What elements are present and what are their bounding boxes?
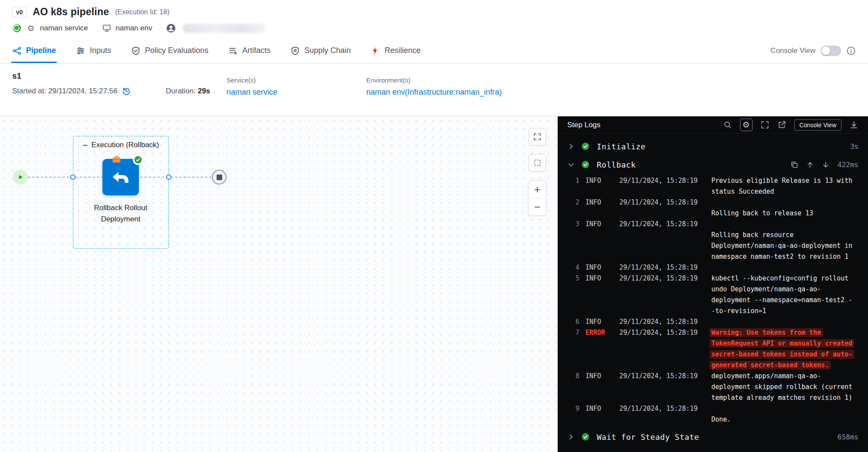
stage-started-at: Started at: 29/11/2024, 15:27:56 [12, 87, 118, 96]
tab-supply-chain[interactable]: Supply Chain [290, 38, 351, 63]
check-circle-icon [581, 160, 590, 169]
log-timestamp: 29/11/2024, 15:28:19 [619, 262, 705, 273]
scroll-bottom-icon[interactable] [822, 161, 830, 169]
console-view-label: Console View [770, 46, 815, 55]
log-section-wait-for-steady-state[interactable]: Wait for Steady State 658ms [558, 428, 868, 446]
start-node[interactable] [13, 170, 28, 185]
log-timestamp: 29/11/2024, 15:28:19 [619, 197, 705, 219]
step-logs-header: Step Logs ⚙ Console View [558, 116, 868, 134]
step-node-label: Rollback Rollout Deployment [86, 202, 155, 225]
log-line: 8 INFO 29/11/2024, 15:28:19 deployment.a… [558, 371, 868, 403]
search-icon[interactable] [723, 120, 732, 129]
open-in-new-icon[interactable] [777, 120, 786, 129]
tab-inputs[interactable]: Inputs [76, 38, 111, 63]
copy-icon[interactable] [790, 161, 799, 169]
log-level: INFO [585, 403, 613, 425]
console-view-toggle[interactable] [821, 46, 841, 56]
log-message [711, 317, 859, 327]
log-line: 4 INFO 29/11/2024, 15:28:19 [558, 262, 868, 273]
rollback-step-icon [102, 159, 139, 195]
log-line-number: 2 [569, 197, 579, 219]
environment-name[interactable]: naman env [116, 24, 152, 33]
cd-module-icon [12, 23, 22, 33]
expand-logs-icon[interactable] [760, 120, 769, 129]
log-timestamp: 29/11/2024, 15:28:19 [619, 273, 705, 317]
log-line-number: 6 [569, 317, 579, 327]
collapse-icon[interactable]: − [82, 141, 87, 149]
chevron-right-icon [567, 143, 575, 150]
log-line-number: 9 [569, 403, 579, 425]
policy-icon [131, 46, 141, 56]
canvas-marquee-select-button[interactable] [529, 154, 546, 172]
tab-pipeline[interactable]: Pipeline [12, 38, 56, 63]
execution-title-row: v0 AO k8s pipeline (Execution Id: 18) [12, 6, 856, 18]
log-timestamp: 29/11/2024, 15:28:19 [619, 403, 705, 425]
edge-connector-right [166, 175, 171, 180]
log-section-initialize[interactable]: Initialize 3s [558, 137, 868, 155]
log-line: 3 INFO 29/11/2024, 15:28:19 Rolling back… [558, 219, 868, 262]
pipeline-canvas[interactable]: − Execution (Rollback) Rollback Rollout … [0, 116, 558, 452]
tab-policy-evaluations[interactable]: Policy Evaluations [131, 38, 208, 63]
step-logs-title: Step Logs [567, 121, 601, 129]
log-message: Done. [711, 403, 859, 425]
log-section-rollback[interactable]: Rollback 422ms [558, 155, 868, 174]
log-level: INFO [585, 317, 613, 327]
log-section-duration: 422ms [838, 161, 858, 169]
end-node[interactable] [212, 170, 227, 185]
log-output: 1 INFO 29/11/2024, 15:28:19 Previous eli… [558, 174, 868, 428]
stage-identity: s1 Started at: 29/11/2024, 15:27:56 [12, 71, 166, 108]
log-message: Rolling back to release 13 [711, 197, 859, 219]
zoom-out-button[interactable]: − [529, 198, 546, 215]
log-line-number: 1 [569, 175, 579, 197]
log-level: INFO [585, 371, 613, 403]
service-name[interactable]: naman service [40, 24, 88, 33]
history-icon[interactable] [122, 86, 131, 96]
info-icon[interactable] [846, 46, 856, 56]
chevron-down-icon [567, 161, 575, 168]
log-level: INFO [585, 219, 613, 262]
service-link[interactable]: naman service [227, 88, 277, 97]
step-success-badge [133, 155, 143, 165]
stage-environments: Environment(s) naman env(Infrastructure:… [366, 71, 856, 108]
marquee-select-icon [533, 158, 542, 167]
log-settings-icon[interactable]: ⚙ [740, 119, 753, 131]
version-badge: v0 [12, 7, 27, 17]
step-node-rollback-rollout-deployment[interactable] [102, 159, 139, 195]
log-level: INFO [585, 273, 613, 317]
resilience-icon [371, 46, 380, 56]
app-window: v0 AO k8s pipeline (Execution Id: 18) ⚙ … [0, 0, 868, 452]
log-timestamp: 29/11/2024, 15:28:19 [619, 175, 705, 197]
fullscreen-icon [533, 132, 542, 141]
gear-icon[interactable]: ⚙ [26, 23, 36, 33]
briefcase-icon [112, 155, 121, 163]
execution-group-header: − Execution (Rollback) [73, 141, 168, 149]
edge-connector-left [70, 175, 76, 180]
stage-name[interactable]: s1 [12, 71, 166, 81]
execution-id: (Execution Id: 18) [115, 8, 169, 16]
stage-duration: Duration: 29s [166, 71, 227, 108]
log-message [711, 262, 859, 273]
tab-resilience[interactable]: Resilience [371, 38, 421, 63]
log-section-name: Rollback [597, 160, 636, 169]
log-line-number: 7 [569, 327, 579, 371]
duration-value: 29s [198, 87, 210, 95]
tab-artifacts[interactable]: Artifacts [228, 38, 270, 63]
zoom-in-button[interactable]: + [529, 181, 546, 198]
stop-icon [217, 175, 222, 180]
environment-link[interactable]: naman env(Infrastructure:naman_infra) [366, 88, 502, 97]
play-icon [16, 173, 25, 181]
environments-label: Environment(s) [366, 76, 856, 84]
canvas-fullscreen-button[interactable] [529, 128, 546, 145]
console-view-button[interactable]: Console View [794, 119, 842, 131]
scroll-top-icon[interactable] [806, 161, 814, 169]
execution-group-label: Execution (Rollback) [92, 141, 159, 149]
log-line-number: 5 [569, 273, 579, 317]
duration-label: Duration: [166, 87, 196, 95]
download-logs-icon[interactable] [849, 120, 858, 129]
log-line-number: 8 [569, 371, 579, 403]
log-message: Rolling back resourceDeployment/naman-qa… [711, 219, 859, 262]
log-section-duration: 3s [850, 142, 858, 151]
services-label: Service(s) [227, 76, 366, 84]
artifacts-icon [228, 46, 238, 56]
log-timestamp: 29/11/2024, 15:28:19 [619, 371, 705, 403]
